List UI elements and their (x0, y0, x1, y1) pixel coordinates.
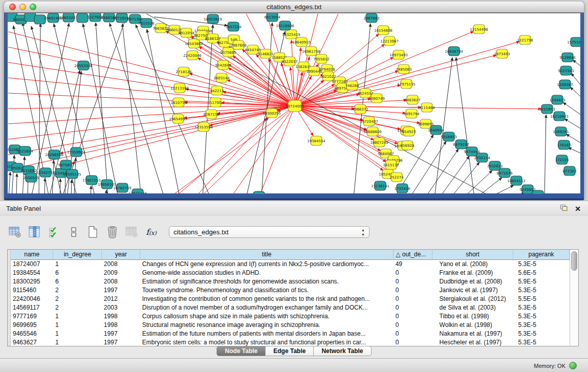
graph-node[interactable]: 172103 (555, 155, 569, 164)
column-header-year[interactable]: year (102, 250, 140, 259)
graph-node[interactable]: 19384554 (307, 136, 325, 145)
table-row[interactable]: 969969511998Structural magnetic resonanc… (11, 320, 570, 329)
graph-node[interactable]: 20553346 (74, 61, 93, 70)
select-all-columns-button[interactable] (46, 223, 62, 240)
graph-node[interactable]: 2935114 (474, 153, 490, 162)
show-columns-button[interactable] (27, 223, 42, 240)
graph-node[interactable]: 170163 (557, 140, 571, 149)
graph-node[interactable]: 9227343 (558, 66, 574, 75)
graph-node[interactable]: 16648794 (445, 47, 463, 56)
table-row[interactable]: 1938455462009Genome-wide association stu… (11, 268, 570, 277)
close-icon[interactable]: ✕ (575, 205, 581, 212)
graph-node[interactable]: 8471676 (496, 168, 513, 178)
graph-node[interactable]: 9463627 (404, 95, 420, 104)
graph-node[interactable]: 945107 (252, 191, 266, 194)
tab-node-table[interactable]: Node Table (216, 346, 266, 356)
graph-node[interactable]: 1221798 (517, 35, 533, 45)
graph-node[interactable]: 677303 (563, 166, 577, 176)
graph-node[interactable]: 1244413 (549, 95, 565, 104)
graph-node[interactable]: 7857224 (225, 22, 242, 31)
graph-node[interactable]: 18724007 (286, 100, 304, 112)
delete-columns-button[interactable] (104, 223, 120, 240)
column-header-title[interactable]: title (140, 250, 394, 259)
graph-node[interactable]: 1209387 (557, 80, 573, 89)
graph-node[interactable]: 1733426 (394, 184, 410, 193)
graph-node[interactable]: 1973493 (494, 49, 510, 58)
graph-node[interactable]: 3215953 (539, 104, 555, 114)
graph-node[interactable]: 51700 (210, 98, 221, 107)
graph-node[interactable]: 7986372 (352, 104, 368, 114)
table-mode-button[interactable] (7, 223, 23, 240)
graph-node[interactable]: 924509 (531, 190, 545, 194)
graph-node[interactable]: 842213 (210, 86, 224, 95)
unselect-all-columns-button[interactable] (66, 223, 81, 240)
graph-node[interactable]: 9115460 (419, 103, 434, 112)
table-row[interactable]: 946554611997Estimation of the future num… (11, 329, 570, 338)
graph-node[interactable]: 1080749 (368, 94, 384, 103)
column-header-out_degree[interactable]: △ out_de... (394, 250, 432, 259)
graph-node[interactable]: 9975857 (58, 160, 74, 169)
column-header-name[interactable]: name (11, 250, 53, 259)
graph-node[interactable]: 12154498 (470, 25, 488, 34)
graph-node[interactable]: 17975135 (397, 79, 416, 89)
graph-node[interactable]: 856928 (401, 141, 415, 150)
tab-network-table[interactable]: Network Table (314, 346, 371, 356)
graph-node[interactable] (77, 13, 88, 23)
graph-node[interactable]: 15751074 (567, 37, 580, 47)
table-row[interactable]: 1456911722003Disruption of a novel membe… (11, 303, 570, 312)
graph-node[interactable]: 5495794 (403, 109, 420, 118)
graph-node[interactable]: 15720407 (360, 117, 378, 126)
table-row[interactable]: 977716911998Corpus callosum shape and si… (11, 312, 570, 320)
table-row[interactable]: 2242004622012Investigating the contribut… (11, 294, 570, 303)
graph-node[interactable]: 654923 (402, 127, 416, 136)
table-row[interactable]: 946362711997Embryonic stem cells: a mode… (11, 338, 570, 346)
table-row[interactable]: 1872400712008Changes of HCN gene express… (11, 259, 570, 268)
column-header-short[interactable]: short (432, 250, 513, 259)
graph-node[interactable]: 2987682 (363, 13, 379, 23)
graph-node[interactable]: 16053819 (204, 14, 222, 24)
column-header-in_degree[interactable]: in_degree (53, 250, 102, 259)
graph-node[interactable]: 12213393 (170, 83, 189, 93)
function-builder-button[interactable]: f(x) (143, 223, 159, 240)
graph-node[interactable]: 10654112 (507, 176, 526, 185)
graph-node[interactable]: 8912054 (178, 28, 194, 37)
graph-node[interactable]: 8267150 (203, 110, 219, 119)
graph-node[interactable]: 9358923 (441, 132, 456, 141)
graph-node[interactable]: 746266 (345, 81, 359, 90)
table-row[interactable]: 1830029562008Estimation of significance … (11, 277, 570, 286)
graph-node[interactable]: 10653287 (59, 13, 78, 22)
graph-node[interactable]: 8813054 (264, 13, 280, 21)
graph-node[interactable]: 2050515 (23, 173, 39, 182)
tab-edge-table[interactable]: Edge Table (266, 346, 314, 356)
graph-node[interactable]: 2603144 (213, 73, 230, 82)
window-titlebar[interactable]: citations_edges.txt (4, 2, 584, 13)
graph-node[interactable]: 7615526 (138, 18, 155, 28)
float-window-icon[interactable] (560, 204, 568, 213)
graph-node[interactable]: 1569291 (553, 127, 569, 136)
graph-node[interactable]: 10688609 (363, 127, 382, 136)
graph-node[interactable]: 20206556 (45, 150, 63, 159)
create-table-button[interactable] (85, 223, 101, 240)
graph-node[interactable]: 9375685 (220, 48, 236, 57)
column-header-pagerank[interactable]: pagerank (513, 250, 570, 259)
graph-node[interactable]: 18807249 (370, 138, 388, 147)
graph-node[interactable]: 19218506 (276, 21, 294, 30)
scrollbar-thumb[interactable] (571, 251, 577, 271)
table-vertical-scrollbar[interactable] (570, 250, 578, 346)
graph-node[interactable]: 16154808 (374, 26, 393, 35)
table-selector-dropdown[interactable]: citations_edges.txt ▲▼ (169, 226, 369, 238)
graph-node[interactable]: 2718126 (176, 67, 192, 76)
graph-node[interactable]: 19654955 (169, 114, 187, 123)
graph-node[interactable]: 1640954 (428, 125, 444, 135)
graph-node[interactable]: 1615132 (383, 160, 399, 169)
memory-status-indicator[interactable] (569, 362, 577, 369)
network-canvas[interactable]: 1872400776638229660125891205416543862224… (8, 13, 580, 193)
table-row[interactable]: 911546021997Tourette syndrome. Phenomeno… (11, 286, 570, 294)
graph-node[interactable]: 7485063 (396, 64, 411, 74)
graph-node[interactable]: 12213967 (380, 36, 399, 46)
graph-node[interactable]: 252274 (390, 172, 404, 182)
graph-node[interactable]: 9242848 (215, 60, 231, 70)
graph-node[interactable]: 7955812 (313, 54, 329, 63)
graph-node[interactable]: 15136141 (371, 181, 389, 190)
graph-node[interactable]: 1810755 (170, 98, 186, 107)
